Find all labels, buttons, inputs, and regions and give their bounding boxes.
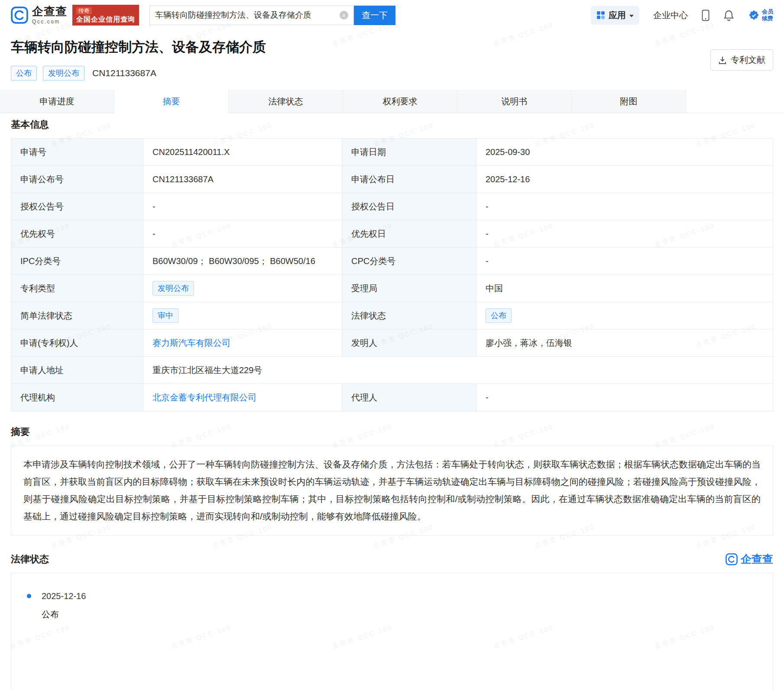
search-button[interactable]: 查一下 [354,6,395,25]
top-nav: 应用 企业中心 会员 续费 [591,6,773,25]
search-input[interactable]: 车辆转向防碰撞控制方法、设备及存储介质 × [149,6,354,25]
status-tag: 发明公布 [152,281,194,296]
brand-name: 企查查 [741,552,773,566]
qcc-logo-icon [11,6,28,24]
table-row: 授权公告号-授权公告日- [11,193,773,220]
field-value: - [476,384,773,411]
field-value: 北京金蓄专利代理有限公司 [143,384,342,411]
field-label: 申请人地址 [11,357,143,384]
patent-tabs: 申请进度摘要法律状态权利要求说明书附图 [0,90,784,113]
field-label: 代理机构 [11,384,143,411]
field-label: 代理人 [342,384,476,411]
field-label: 发明人 [342,329,476,356]
field-label: 优先权日 [342,220,476,247]
logo-name: 企查查 [32,6,67,17]
legal-status-item: 2025-12-16公布 [27,591,757,620]
table-row: IPC分类号B60W30/09； B60W30/095； B60W50/16CP… [11,248,773,275]
qcc-logo-icon [726,553,738,565]
field-value: 重庆市江北区福生大道229号 [143,357,773,384]
field-label: 优先权号 [11,220,143,247]
logo-domain: Qcc.com [32,19,67,25]
field-label: 专利类型 [11,275,143,302]
abstract-box: 本申请涉及车辆转向控制技术领域，公开了一种车辆转向防碰撞控制方法、设备及存储介质… [11,445,773,535]
field-label: CPC分类号 [342,248,476,274]
field-value: - [476,220,773,247]
member-badge-icon [748,10,760,21]
search-input-value: 车辆转向防碰撞控制方法、设备及存储介质 [155,10,335,21]
field-value: 2025-09-30 [476,139,773,165]
field-label: 授权公告日 [342,193,476,220]
chevron-down-icon [629,15,634,17]
field-label: 简单法律状态 [11,302,143,329]
top-header: 企查查 Qcc.com 传奇 全国企业信用查询 车辆转向防碰撞控制方法、设备及存… [0,0,784,26]
tab-drawings[interactable]: 附图 [572,90,686,113]
field-label: 申请(专利权)人 [11,329,143,356]
basic-info-table: 申请号CN202511420011.X申请日期2025-09-30申请公布号CN… [11,138,773,412]
tab-progress[interactable]: 申请进度 [0,90,114,113]
field-value: CN202511420011.X [143,139,342,165]
abstract-title: 摘要 [11,426,773,439]
promo-badge: 传奇 全国企业信用查询 [72,5,139,26]
tabs-filler [686,90,784,113]
tab-description[interactable]: 说明书 [457,90,572,113]
tag-row: 公布发明公布 CN121133687A [11,66,773,81]
mobile-app-icon[interactable] [702,10,709,21]
patent-tags: 公布发明公布 [11,66,84,81]
enterprise-center-link[interactable]: 企业中心 [653,10,688,21]
status-tag: 公布 [486,308,512,323]
abstract-text: 本申请涉及车辆转向控制技术领域，公开了一种车辆转向防碰撞控制方法、设备及存储介质… [23,456,761,525]
tab-abstract[interactable]: 摘要 [114,90,229,113]
promo-top-label: 传奇 [76,7,92,14]
field-value: 中国 [476,275,773,302]
page-title: 车辆转向防碰撞控制方法、设备及存储介质 [11,38,773,56]
legal-status-date: 2025-12-16 [42,591,757,601]
legal-status-label: 公布 [42,609,757,620]
basic-info-title: 基本信息 [11,118,773,131]
table-row: 申请号CN202511420011.X申请日期2025-09-30 [11,139,773,166]
patent-document-label: 专利文献 [731,54,765,66]
apps-menu-label: 应用 [609,10,626,21]
publication-number: CN121133687A [92,68,156,78]
notifications-bell-icon[interactable] [723,10,734,21]
field-value: B60W30/09； B60W30/095； B60W50/16 [143,248,342,274]
main-content: 基本信息 申请号CN202511420011.X申请日期2025-09-30申请… [0,118,784,690]
tab-claims[interactable]: 权利要求 [343,90,457,113]
field-value: 发明公布 [143,275,342,302]
legal-status-box: 2025-12-16公布 [11,573,773,690]
patent-document-button[interactable]: 专利文献 [710,49,773,71]
field-label: 受理局 [342,275,476,302]
timeline-dot-icon [27,594,31,598]
field-value: 廖小强，蒋冰，伍海银 [476,329,773,356]
field-value: CN121133687A [143,166,342,193]
field-value: 审中 [143,302,342,329]
legal-status-title: 法律状态 [11,553,49,566]
field-label: 申请公布号 [11,166,143,193]
table-row: 优先权号-优先权日- [11,220,773,248]
field-label: 申请公布日 [342,166,476,193]
agency-link[interactable]: 北京金蓄专利代理有限公司 [152,392,256,403]
field-value: - [476,248,773,274]
field-label: 申请号 [11,139,143,165]
status-tag: 审中 [152,308,178,323]
table-row: 专利类型发明公布受理局中国 [11,275,773,302]
legal-status-header: 法律状态 企查查 [11,552,773,566]
member-line2: 续费 [762,15,773,22]
search-bar: 车辆转向防碰撞控制方法、设备及存储介质 × 查一下 [149,6,395,25]
field-value: 赛力斯汽车有限公司 [143,329,342,356]
applicant-link[interactable]: 赛力斯汽车有限公司 [152,337,230,349]
table-row: 代理机构北京金蓄专利代理有限公司代理人- [11,384,773,411]
field-label: 申请日期 [342,139,476,165]
member-renew-button[interactable]: 会员 续费 [748,8,773,23]
field-value: - [143,220,342,247]
patent-status-tag: 公布 [11,66,37,81]
field-label: IPC分类号 [11,248,143,274]
member-renew-label: 会员 续费 [762,8,773,23]
table-row: 申请公布号CN121133687A申请公布日2025-12-16 [11,166,773,193]
qcc-brand-mark: 企查查 [726,552,773,566]
promo-bottom-label: 全国企业信用查询 [76,16,135,23]
qcc-logo[interactable]: 企查查 Qcc.com [11,6,67,25]
field-value: - [143,193,342,220]
tab-legal-status[interactable]: 法律状态 [229,90,343,113]
apps-menu[interactable]: 应用 [591,6,639,25]
clear-search-icon[interactable]: × [340,11,348,19]
